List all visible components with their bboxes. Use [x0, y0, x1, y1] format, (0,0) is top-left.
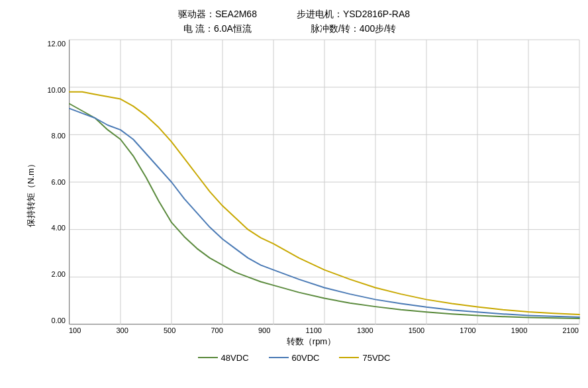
legend-60vdc: 60VDC — [269, 353, 320, 363]
y-tick-12: 12.00 — [44, 40, 66, 48]
driver-info: 驱动器：SEA2M68 电 流：6.0A恒流 — [178, 7, 257, 36]
chart-legend: 48VDC 60VDC 75VDC — [7, 353, 581, 363]
x-tick-1100: 1100 — [305, 326, 321, 334]
legend-label-60vdc: 60VDC — [292, 353, 320, 363]
x-tick-1500: 1500 — [409, 326, 424, 334]
plot-svg — [70, 40, 579, 324]
y-tick-6: 6.00 — [44, 178, 66, 186]
legend-line-48vdc — [198, 357, 218, 358]
x-labels: 100 300 500 700 900 1100 1300 1500 1700 … — [69, 324, 579, 334]
motor-info: 步进电机：YSD2816P-RA8 脉冲数/转：400步/转 — [297, 7, 410, 36]
current-value: 6.0A恒流 — [214, 23, 252, 34]
legend-label-48vdc: 48VDC — [221, 353, 249, 363]
legend-label-75vdc: 75VDC — [362, 353, 390, 363]
legend-line-60vdc — [269, 357, 289, 358]
x-tick-500: 500 — [164, 326, 175, 334]
x-tick-100: 100 — [69, 326, 81, 334]
pulse-label: 脉冲数/转： — [311, 23, 360, 34]
x-tick-1700: 1700 — [460, 326, 475, 334]
legend-75vdc: 75VDC — [339, 353, 390, 363]
current-label: 电 流： — [183, 23, 214, 34]
x-tick-1900: 1900 — [511, 326, 527, 334]
main-container: 驱动器：SEA2M68 电 流：6.0A恒流 步进电机：YSD2816P-RA8… — [0, 0, 588, 388]
legend-48vdc: 48VDC — [198, 353, 249, 363]
chart-inner: 0.00 2.00 4.00 6.00 8.00 10.00 12.00 — [44, 40, 579, 324]
motor-value: YSD2816P-RA8 — [343, 9, 410, 19]
y-tick-4: 4.00 — [44, 224, 66, 232]
y-tick-10: 10.00 — [44, 86, 66, 94]
pulse-value: 400步/转 — [360, 23, 396, 34]
driver-label: 驱动器： — [178, 9, 215, 19]
chart-plot — [69, 40, 579, 324]
y-labels: 0.00 2.00 4.00 6.00 8.00 10.00 12.00 — [44, 40, 69, 324]
chart-wrapper: 保持转矩（N.m） 0.00 2.00 4.00 6.00 8.00 10.00… — [9, 40, 579, 348]
x-tick-700: 700 — [211, 326, 222, 334]
y-axis-label: 保持转矩（N.m） — [25, 160, 37, 227]
x-tick-300: 300 — [116, 326, 128, 334]
y-tick-0: 0.00 — [44, 316, 66, 324]
x-tick-1300: 1300 — [357, 326, 373, 334]
legend-line-75vdc — [339, 357, 359, 358]
x-tick-2100: 2100 — [562, 326, 578, 334]
x-axis-title: 转数（rpm） — [44, 336, 579, 348]
chart-header: 驱动器：SEA2M68 电 流：6.0A恒流 步进电机：YSD2816P-RA8… — [7, 7, 581, 36]
driver-value: SEA2M68 — [215, 9, 257, 19]
y-tick-2: 2.00 — [44, 270, 66, 278]
y-tick-8: 8.00 — [44, 132, 66, 140]
motor-label: 步进电机： — [297, 9, 343, 19]
x-tick-900: 900 — [258, 326, 270, 334]
